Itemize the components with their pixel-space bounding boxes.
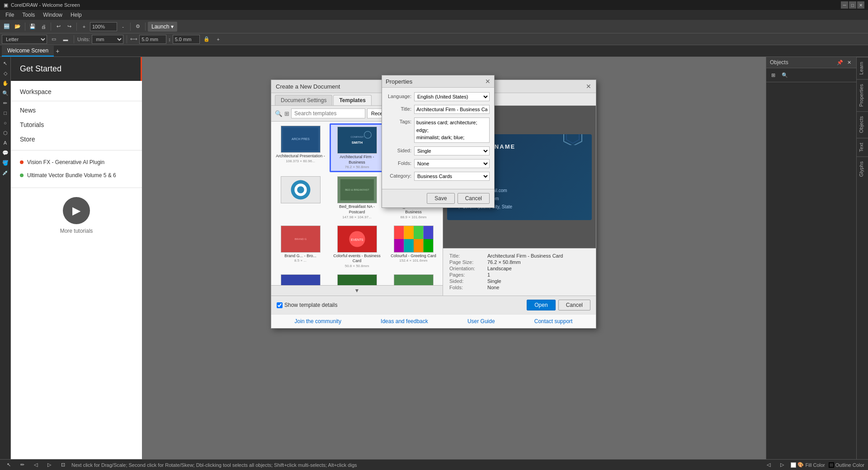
zoom-input[interactable]: [90, 22, 117, 31]
pan-tool[interactable]: ✋: [1, 79, 10, 88]
title-field-input[interactable]: [414, 105, 490, 114]
props-save-btn[interactable]: Save: [427, 193, 454, 204]
preview-size-row: Page Size: 76.2 × 50.8mm: [449, 259, 590, 265]
tab-document-settings[interactable]: Document Settings: [275, 95, 332, 105]
template-item-7[interactable]: BRAND G Brand G... - Bro... 8.5 × ...: [273, 223, 328, 270]
main-toolbar: 🆕 📂 💾 🖨 ↩ ↪ + - ⚙ Launch ▾: [0, 20, 868, 33]
template-item-4[interactable]: [273, 174, 328, 221]
sided-select[interactable]: Single: [414, 146, 490, 155]
close-button[interactable]: ✕: [857, 1, 864, 9]
status-arrow-left[interactable]: ◁: [764, 460, 774, 470]
redo-btn[interactable]: ↪: [64, 22, 74, 32]
right-tab-objects[interactable]: Objects: [857, 111, 868, 137]
fill-tool[interactable]: 🪣: [1, 158, 10, 167]
polygon-tool[interactable]: ⬡: [1, 128, 10, 137]
save-btn[interactable]: 💾: [28, 22, 38, 32]
template-item-selected[interactable]: COMPANYSMITH Architectural Firm - Busine…: [330, 123, 384, 172]
tab-templates[interactable]: Templates: [333, 95, 371, 105]
status-tool-btn[interactable]: ↖: [4, 460, 14, 470]
zoom-out-btn[interactable]: -: [118, 22, 128, 32]
props-close-btn[interactable]: ✕: [485, 78, 491, 85]
right-tab-properties[interactable]: Properties: [857, 79, 868, 111]
nav-workspace[interactable]: Workspace: [11, 85, 142, 99]
settings-btn[interactable]: ⚙: [133, 22, 143, 32]
contact-support-link[interactable]: Contact support: [534, 318, 573, 324]
nav-news[interactable]: News: [11, 103, 142, 118]
paper-size-select[interactable]: Letter: [2, 35, 47, 44]
category-select-field[interactable]: Business Cards: [414, 172, 490, 181]
props-cancel-btn[interactable]: Cancel: [458, 193, 490, 204]
add-page-btn[interactable]: +: [213, 34, 223, 44]
search-templates-input[interactable]: [291, 108, 365, 118]
menu-window[interactable]: Window: [39, 11, 66, 19]
template-item-11[interactable]: ENVIRONMENTAL Environmental - Business C…: [330, 272, 384, 285]
status-edit-btn[interactable]: ✏: [17, 460, 27, 470]
minimize-button[interactable]: ─: [841, 1, 848, 9]
menu-tools[interactable]: Tools: [19, 11, 38, 19]
app-title: CorelDRAW - Welcome Screen: [11, 2, 80, 8]
menu-file[interactable]: File: [2, 11, 18, 19]
promo-vision-fx[interactable]: Vision FX - Generative AI Plugin: [20, 156, 133, 169]
folds-select[interactable]: None: [414, 159, 490, 168]
units-select[interactable]: mm: [92, 35, 123, 44]
ellipse-tool[interactable]: ○: [1, 118, 10, 127]
template-thumb-10: CORP BROCH: [281, 274, 321, 285]
status-arrow-right[interactable]: ▷: [777, 460, 787, 470]
show-details-label[interactable]: Show template details: [277, 302, 337, 308]
new-btn[interactable]: 🆕: [2, 22, 12, 32]
callout-tool[interactable]: 💬: [1, 148, 10, 157]
open-btn[interactable]: 📂: [13, 22, 23, 32]
objects-search-btn[interactable]: 🔍: [780, 70, 790, 80]
nav-tutorials[interactable]: Tutorials: [11, 118, 142, 132]
template-item[interactable]: ARCH PRES Architectural Presentation - 1…: [273, 123, 328, 172]
template-item-9[interactable]: Colourful - Greeting Card 152.4 × 101.6m…: [386, 223, 441, 270]
menu-help[interactable]: Help: [67, 11, 85, 19]
show-details-checkbox[interactable]: [277, 302, 283, 308]
status-next-btn[interactable]: ▷: [44, 460, 54, 470]
right-tab-glyphs[interactable]: Glyphs: [857, 156, 868, 181]
search-icon-btn[interactable]: 🔍: [275, 110, 283, 117]
status-frame-btn[interactable]: ⊡: [58, 460, 68, 470]
template-item-12[interactable]: ENV ORG Environmental Organization -: [386, 272, 441, 285]
text-tool[interactable]: A: [1, 138, 10, 147]
create-dialog-close[interactable]: ✕: [586, 83, 591, 90]
maximize-button[interactable]: □: [849, 1, 856, 9]
user-guide-link[interactable]: User Guide: [467, 318, 495, 324]
objects-pin-btn[interactable]: 📌: [836, 59, 844, 66]
height-input[interactable]: [173, 35, 200, 44]
template-item-5[interactable]: BED & BREAKFAST Bed_Breakfast NA - Postc…: [330, 174, 384, 221]
select-tool[interactable]: ↖: [1, 59, 10, 68]
freehand-tool[interactable]: ✏: [1, 99, 10, 108]
zoom-in-btn[interactable]: +: [79, 22, 89, 32]
cancel-dialog-btn[interactable]: Cancel: [558, 300, 590, 310]
rect-tool[interactable]: □: [1, 108, 10, 118]
status-prev-btn[interactable]: ◁: [31, 460, 41, 470]
add-tab-btn[interactable]: +: [56, 47, 59, 55]
undo-btn[interactable]: ↩: [53, 22, 63, 32]
tags-textarea[interactable]: business card; architecture; edgy;minima…: [414, 118, 490, 143]
width-input[interactable]: [139, 35, 166, 44]
print-btn[interactable]: 🖨: [38, 22, 48, 32]
lock-ratio-btn[interactable]: 🔒: [202, 34, 212, 44]
welcome-tab[interactable]: Welcome Screen: [2, 46, 54, 56]
launch-btn[interactable]: Launch ▾: [148, 22, 177, 32]
objects-close-btn[interactable]: ✕: [845, 59, 853, 66]
join-community-link[interactable]: Join the community: [295, 318, 341, 324]
scroll-down-btn[interactable]: ▼: [354, 287, 360, 294]
portrait-btn[interactable]: ▭: [49, 34, 59, 44]
node-tool[interactable]: ◇: [1, 69, 10, 78]
layer-icon-btn[interactable]: ⊞: [768, 70, 778, 80]
nav-store[interactable]: Store: [11, 132, 142, 146]
template-item-8[interactable]: EVENTS Colorful events - Business Card 5…: [330, 223, 384, 270]
language-select[interactable]: English (United States): [414, 92, 490, 101]
open-template-btn[interactable]: Open: [527, 300, 555, 310]
landscape-btn[interactable]: ▬: [61, 34, 71, 44]
template-item-10[interactable]: CORP BROCH Corp... Broch... 8.5 × ...: [273, 272, 328, 285]
promo-vector[interactable]: Ultimate Vector Bundle Volume 5 & 6: [20, 169, 133, 182]
right-tab-text[interactable]: Text: [857, 138, 868, 156]
right-tab-learn[interactable]: Learn: [857, 57, 868, 79]
zoom-tool[interactable]: 🔍: [1, 89, 10, 98]
ideas-feedback-link[interactable]: Ideas and feedback: [381, 318, 428, 324]
filter-icon-btn[interactable]: ⊞: [284, 108, 289, 118]
eyedrop-tool[interactable]: 💉: [1, 168, 10, 177]
